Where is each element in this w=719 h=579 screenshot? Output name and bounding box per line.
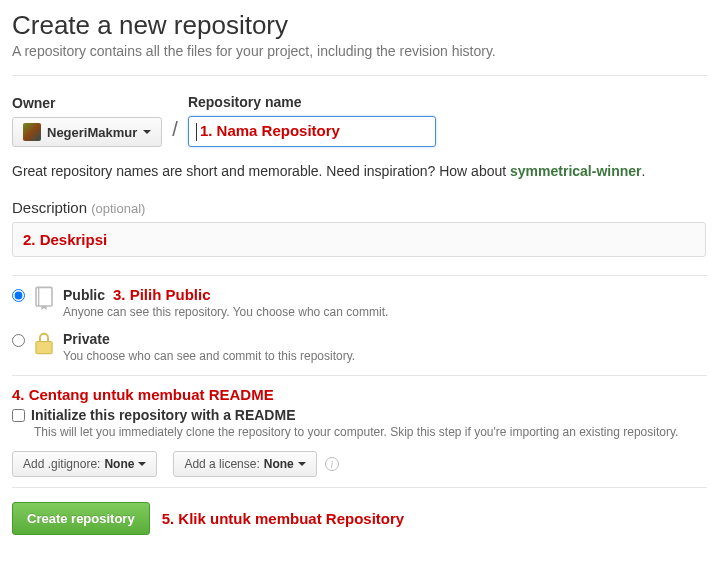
caret-down-icon (138, 462, 146, 466)
owner-name: NegeriMakmur (47, 125, 137, 140)
visibility-public-desc: Anyone can see this repository. You choo… (63, 305, 388, 319)
page-title: Create a new repository (12, 10, 707, 41)
divider (12, 275, 707, 276)
caret-down-icon (143, 130, 151, 134)
owner-select[interactable]: NegeriMakmur (12, 117, 162, 147)
lock-icon (33, 331, 55, 355)
description-input[interactable]: 2. Deskripsi (12, 222, 706, 257)
annotation-3: 3. Pilih Public (113, 286, 211, 303)
text-cursor (196, 123, 197, 141)
visibility-public-title: Public (63, 287, 105, 303)
init-readme-label: Initialize this repository with a README (31, 407, 295, 423)
description-label: Description (optional) (12, 199, 707, 216)
info-icon[interactable]: i (325, 457, 339, 471)
svg-rect-2 (36, 342, 52, 354)
suggestion-link[interactable]: symmetrical-winner (510, 163, 642, 179)
annotation-4: 4. Centang untuk membuat README (12, 386, 707, 403)
gitignore-select[interactable]: Add .gitignore: None (12, 451, 157, 477)
page-subtitle: A repository contains all the files for … (12, 43, 707, 59)
caret-down-icon (298, 462, 306, 466)
init-readme-desc: This will let you immediately clone the … (34, 425, 707, 439)
repo-name-label: Repository name (188, 94, 436, 110)
init-readme-checkbox[interactable] (12, 409, 25, 422)
create-repository-button[interactable]: Create repository (12, 502, 150, 535)
visibility-private-radio[interactable] (12, 334, 25, 347)
divider (12, 75, 707, 76)
repo-public-icon (33, 286, 55, 310)
name-hint: Great repository names are short and mem… (12, 163, 707, 179)
owner-label: Owner (12, 95, 162, 111)
divider (12, 375, 707, 376)
annotation-5: 5. Klik untuk membuat Repository (162, 510, 405, 527)
repo-name-input[interactable] (188, 116, 436, 147)
separator-slash: / (168, 118, 182, 147)
license-select[interactable]: Add a license: None (173, 451, 316, 477)
visibility-private-title: Private (63, 331, 355, 347)
annotation-2: 2. Deskripsi (23, 231, 107, 248)
avatar (23, 123, 41, 141)
visibility-private-desc: You choose who can see and commit to thi… (63, 349, 355, 363)
visibility-public-radio[interactable] (12, 289, 25, 302)
divider (12, 487, 707, 488)
